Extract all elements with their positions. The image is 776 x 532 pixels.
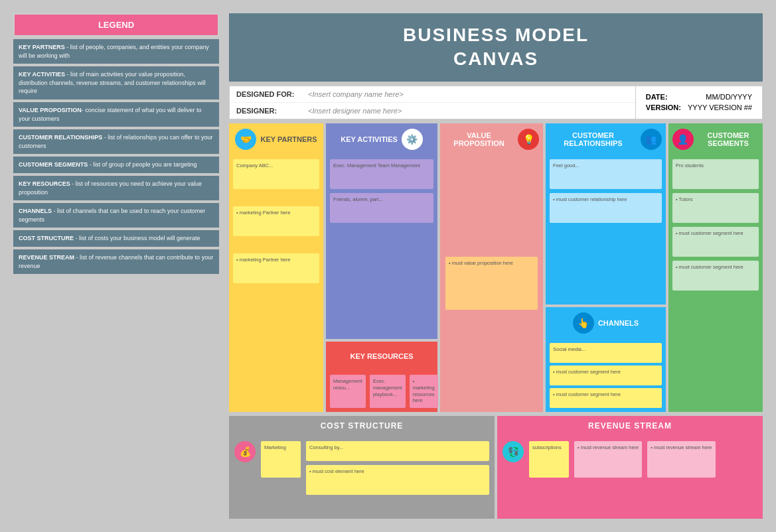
designed-for-field: DESIGNED FOR: <Insert company name here> xyxy=(230,86,635,103)
cost-sticky-1[interactable]: Marketing xyxy=(261,441,301,478)
date-value: MM/DD/YYYY xyxy=(706,93,752,101)
value-proposition-body: • must value proposition here xyxy=(440,155,543,412)
customer-relationships-header: CUSTOMER RELATIONSHIPS 👥 xyxy=(546,123,666,155)
legend-item-cost-structure: COST STRUCTURE - list of costs your busi… xyxy=(13,230,219,247)
date-label: DATE: xyxy=(646,93,668,101)
key-resources-body: Management resou... Exec. management pla… xyxy=(326,371,437,412)
ch-sticky-2[interactable]: • must customer segment here xyxy=(550,366,662,385)
key-resources-section: KEY RESOURCES Management resou... Exec. … xyxy=(326,342,437,412)
ka-sticky-2[interactable]: Friends, alumni, part... xyxy=(330,193,433,223)
cost-sticky-consulting[interactable]: Consulting by... xyxy=(306,441,489,461)
channels-body: Social media... • must customer segment … xyxy=(546,339,666,412)
revenue-stream-header: REVENUE STREAM xyxy=(497,416,763,436)
revenue-stream-section: REVENUE STREAM 💱 subscriptions • must re… xyxy=(497,416,763,519)
cost-structure-label: COST STRUCTURE xyxy=(321,421,404,431)
rev-sticky-2[interactable]: • must revenue stream here xyxy=(574,441,642,478)
cs-sticky-4[interactable]: • must customer segment here xyxy=(672,261,759,291)
rev-sticky-1[interactable]: subscriptions xyxy=(529,441,569,478)
kp-sticky-1[interactable]: Company ABC... xyxy=(233,159,319,189)
kr-sticky-3[interactable]: • marketing resources here xyxy=(410,375,438,408)
legend-title: LEGEND xyxy=(13,13,219,36)
customer-segments-header: 👤 CUSTOMER SEGMENTS xyxy=(668,123,763,155)
cost-icon: 💰 xyxy=(234,441,256,462)
value-proposition-header: VALUE PROPOSITION 💡 xyxy=(440,123,543,155)
ka-sticky-1[interactable]: Exec. Management Team Management xyxy=(330,159,433,189)
channels-header: 👆 CHANNELS xyxy=(546,307,666,339)
info-right: DATE: MM/DD/YYYY VERSION: YYYY VERSION #… xyxy=(635,86,762,119)
cost-structure-body: 💰 Marketing Consulting by... • must cost… xyxy=(229,436,495,519)
value-proposition-section: VALUE PROPOSITION 💡 • must value proposi… xyxy=(440,123,543,412)
key-partners-label: KEY PARTNERS xyxy=(260,135,317,143)
designer-value: <Insert designer name here> xyxy=(308,107,402,115)
cost-right-stickies: Consulting by... • must cost element her… xyxy=(306,441,489,495)
info-left: DESIGNED FOR: <Insert company name here>… xyxy=(230,86,635,119)
ch-sticky-1[interactable]: Social media... xyxy=(550,343,662,363)
customer-relationships-icon: 👥 xyxy=(641,129,662,150)
customer-segments-body: Pro students • Tutors • must customer se… xyxy=(668,155,763,412)
kr-sticky-2[interactable]: Exec. management playbook... xyxy=(370,375,406,408)
legend-item-customer-relationships: CUSTOMER RELATIONSHIPS - list of relatio… xyxy=(13,129,219,154)
cost-sticky-2[interactable]: • must cost element here xyxy=(306,465,489,495)
customer-segments-icon: 👤 xyxy=(672,129,694,150)
version-label: VERSION: xyxy=(646,103,681,111)
canvas-main-grid: 🤝 KEY PARTNERS Company ABC... • marketin… xyxy=(229,123,763,412)
cs-sticky-3[interactable]: • must customer segment here xyxy=(672,227,759,257)
revenue-stream-label: REVENUE STREAM xyxy=(588,421,672,431)
kp-sticky-3[interactable]: • marketing Partner here xyxy=(233,253,319,283)
key-partners-icon: 🤝 xyxy=(235,129,256,150)
value-proposition-icon: 💡 xyxy=(518,129,539,150)
key-partners-header: 🤝 KEY PARTNERS xyxy=(229,123,323,155)
key-activities-header: KEY ACTIVITIES ⚙️ xyxy=(326,123,437,155)
designed-for-label: DESIGNED FOR: xyxy=(236,90,303,98)
designer-field: DESIGNER: <Insert designer name here> xyxy=(230,103,635,119)
key-activities-section: KEY ACTIVITIES ⚙️ Exec. Management Team … xyxy=(326,123,437,339)
version-row: VERSION: YYYY VERSION ## xyxy=(646,103,752,111)
cost-structure-section: COST STRUCTURE 💰 Marketing Consulting by… xyxy=(229,416,495,519)
legend-panel: LEGEND KEY PARTNERS - list of people, co… xyxy=(13,13,219,519)
channels-icon: 👆 xyxy=(573,312,594,334)
customer-relationships-body: Feel good... • must customer relationshi… xyxy=(546,155,666,304)
legend-item-revenue-stream: REVENUE STREAM - list of revenue channel… xyxy=(13,249,219,274)
kp-sticky-2[interactable]: • marketing Partner here xyxy=(233,206,319,236)
revenue-icon: 💱 xyxy=(503,441,524,462)
bottom-section: COST STRUCTURE 💰 Marketing Consulting by… xyxy=(229,416,763,519)
key-partners-body: Company ABC... • marketing Partner here … xyxy=(229,155,323,412)
cs-sticky-2[interactable]: • Tutors xyxy=(672,193,759,223)
customer-relationships-section: CUSTOMER RELATIONSHIPS 👥 Feel good... • … xyxy=(546,123,666,304)
designer-label: DESIGNER: xyxy=(236,107,303,115)
kr-sticky-1[interactable]: Management resou... xyxy=(330,375,366,408)
date-row: DATE: MM/DD/YYYY xyxy=(646,93,752,101)
designed-for-value: <Insert company name here> xyxy=(308,90,404,98)
version-value: YYYY VERSION ## xyxy=(688,103,752,111)
legend-item-key-resources: KEY RESOURCES - list of resources you ne… xyxy=(13,176,219,200)
cr-sticky-2[interactable]: • must customer relationship here xyxy=(550,193,662,223)
canvas-panel: BUSINESS MODEL CANVAS DESIGNED FOR: <Ins… xyxy=(229,13,763,519)
customer-segments-section: 👤 CUSTOMER SEGMENTS Pro students • Tutor… xyxy=(668,123,763,412)
value-proposition-label: VALUE PROPOSITION xyxy=(444,131,514,147)
ch-sticky-3[interactable]: • must customer segment here xyxy=(550,388,662,408)
key-activities-body: Exec. Management Team Management Friends… xyxy=(326,155,437,339)
key-activities-icon: ⚙️ xyxy=(402,129,423,150)
key-resources-label: KEY RESOURCES xyxy=(350,352,413,360)
vp-sticky-1[interactable]: • must value proposition here xyxy=(445,257,538,310)
legend-item-customer-segments: CUSTOMER SEGMENTS - list of group of peo… xyxy=(13,157,219,173)
revenue-stream-body: 💱 subscriptions • must revenue stream he… xyxy=(497,436,763,519)
cs-sticky-1[interactable]: Pro students xyxy=(672,159,759,189)
right-column: CUSTOMER RELATIONSHIPS 👥 Feel good... • … xyxy=(546,123,666,412)
legend-item-key-partners: KEY PARTNERS - list of people, companies… xyxy=(13,39,219,64)
customer-relationships-label: CUSTOMER RELATIONSHIPS xyxy=(550,131,637,147)
rev-sticky-3[interactable]: • must revenue stream here xyxy=(647,441,715,478)
info-row: DESIGNED FOR: <Insert company name here>… xyxy=(229,86,763,119)
cost-structure-header: COST STRUCTURE xyxy=(229,416,495,436)
customer-segments-label: CUSTOMER SEGMENTS xyxy=(698,131,759,147)
cr-sticky-1[interactable]: Feel good... xyxy=(550,159,662,189)
middle-column: KEY ACTIVITIES ⚙️ Exec. Management Team … xyxy=(326,123,437,412)
channels-label: CHANNELS xyxy=(598,319,639,327)
key-activities-label: KEY ACTIVITIES xyxy=(341,135,398,143)
legend-item-value-proposition: VALUE PROPOSITION- concise statement of … xyxy=(13,102,219,127)
channels-section: 👆 CHANNELS Social media... • must custom… xyxy=(546,307,666,412)
key-partners-section: 🤝 KEY PARTNERS Company ABC... • marketin… xyxy=(229,123,323,412)
legend-item-key-activities: KEY ACTIVITIES - list of main activities… xyxy=(13,66,219,100)
legend-item-channels: CHANNELS - list of channels that can be … xyxy=(13,203,219,228)
canvas-title: BUSINESS MODEL CANVAS xyxy=(229,13,763,82)
